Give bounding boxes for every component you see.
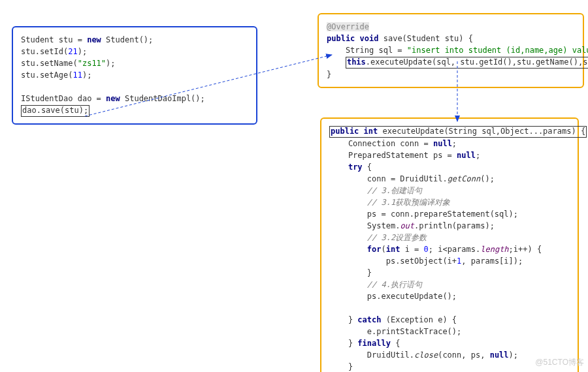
dao-save-call: dao.save(stu);: [21, 105, 90, 117]
execute-update-call: this.executeUpdate(sql, stu.getId(),stu.…: [346, 57, 588, 69]
caller-code: Student stu = new Student(); stu.setId(2…: [21, 34, 248, 117]
watermark: @51CTO博客: [535, 357, 584, 368]
save-method-code: @Override public void save(Student stu) …: [327, 21, 575, 80]
save-method-box: @Override public void save(Student stu) …: [318, 13, 584, 88]
caller-code-box: Student stu = new Student(); stu.setId(2…: [12, 26, 257, 125]
execute-update-sig: public int executeUpdate(String sql,Obje…: [329, 126, 587, 138]
execute-update-box: public int executeUpdate(String sql,Obje…: [320, 117, 579, 372]
execute-update-code: public int executeUpdate(String sql,Obje…: [329, 125, 570, 372]
